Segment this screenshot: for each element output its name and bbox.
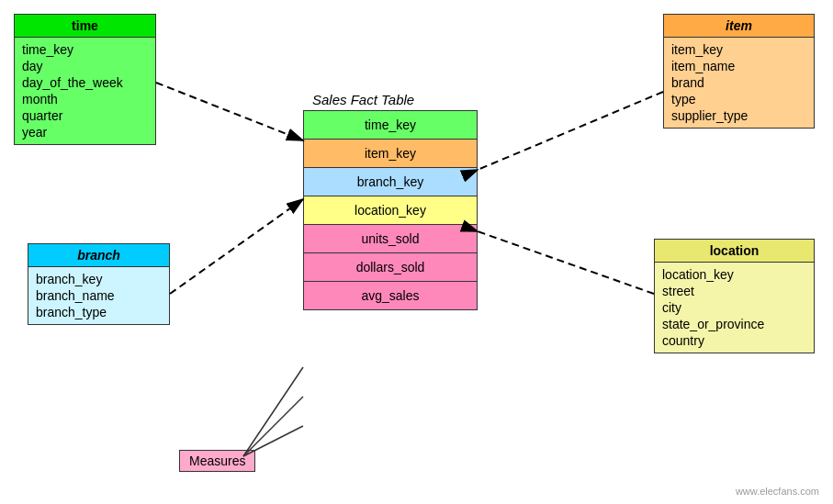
- fact-row-units-sold: units_sold: [304, 225, 477, 253]
- time-field-5: quarter: [22, 107, 148, 124]
- measures-label: Measures: [179, 450, 255, 472]
- branch-table-body: branch_key branch_name branch_type: [28, 267, 169, 324]
- fact-table: time_key item_key branch_key location_ke…: [303, 110, 478, 310]
- fact-row-branch-key: branch_key: [304, 168, 477, 196]
- svg-line-1: [478, 92, 663, 170]
- svg-line-3: [478, 231, 654, 294]
- svg-line-0: [156, 83, 303, 140]
- time-field-2: day: [22, 58, 148, 74]
- item-field-5: supplier_type: [671, 107, 806, 124]
- fact-row-item-key: item_key: [304, 140, 477, 168]
- item-field-4: type: [671, 91, 806, 107]
- svg-line-4: [243, 367, 303, 456]
- time-field-4: month: [22, 91, 148, 107]
- location-table: location location_key street city state_…: [654, 239, 815, 353]
- fact-row-dollars-sold: dollars_sold: [304, 253, 477, 282]
- item-field-1: item_key: [671, 41, 806, 58]
- item-field-2: item_name: [671, 58, 806, 74]
- branch-table-header: branch: [28, 244, 169, 267]
- location-field-1: location_key: [662, 266, 806, 283]
- branch-field-1: branch_key: [36, 271, 162, 287]
- location-field-3: city: [662, 299, 806, 316]
- fact-row-time-key: time_key: [304, 111, 477, 140]
- branch-table: branch branch_key branch_name branch_typ…: [28, 243, 170, 325]
- item-table-body: item_key item_name brand type supplier_t…: [664, 38, 814, 128]
- watermark: www.elecfans.com: [736, 486, 819, 497]
- svg-line-5: [243, 397, 303, 456]
- fact-table-label: Sales Fact Table: [312, 92, 414, 107]
- time-field-1: time_key: [22, 41, 148, 58]
- location-field-5: country: [662, 332, 806, 349]
- item-table-header: item: [664, 15, 814, 38]
- branch-field-2: branch_name: [36, 287, 162, 304]
- time-field-6: year: [22, 124, 148, 140]
- branch-field-3: branch_type: [36, 304, 162, 320]
- location-field-4: state_or_province: [662, 316, 806, 332]
- fact-row-location-key: location_key: [304, 196, 477, 225]
- time-table: time time_key day day_of_the_week month …: [14, 14, 156, 145]
- location-field-2: street: [662, 283, 806, 299]
- fact-row-avg-sales: avg_sales: [304, 282, 477, 309]
- time-field-3: day_of_the_week: [22, 74, 148, 91]
- time-table-header: time: [15, 15, 155, 38]
- item-table: item item_key item_name brand type suppl…: [663, 14, 815, 129]
- svg-line-2: [170, 199, 303, 294]
- time-table-body: time_key day day_of_the_week month quart…: [15, 38, 155, 144]
- diagram-container: Sales Fact Table time time_key day day_o…: [0, 0, 833, 504]
- item-field-3: brand: [671, 74, 806, 91]
- location-table-body: location_key street city state_or_provin…: [655, 263, 814, 353]
- location-table-header: location: [655, 240, 814, 263]
